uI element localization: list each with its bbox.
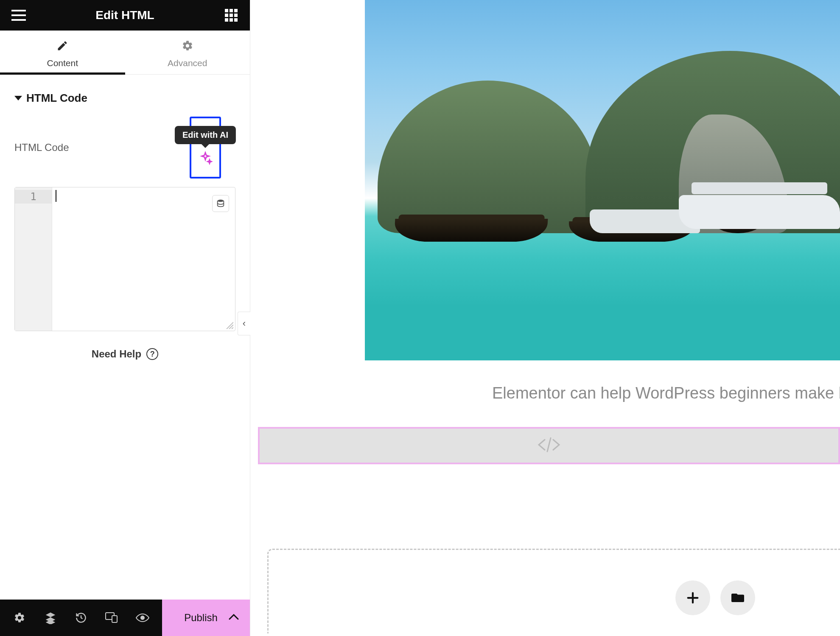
svg-rect-0: [11, 10, 26, 11]
boat-shape: [394, 219, 548, 242]
ai-sparkle-icon[interactable]: [198, 151, 213, 167]
hero-caption: Elementor can help WordPress beginners m…: [492, 384, 840, 402]
text-cursor: [56, 190, 56, 202]
gear-icon: [182, 40, 193, 54]
hamburger-menu-icon[interactable]: [10, 7, 27, 24]
tab-advanced[interactable]: Advanced: [125, 31, 250, 74]
bottom-bar-tools: [0, 600, 162, 636]
preview-canvas: Elementor can help WordPress beginners m…: [250, 0, 840, 636]
svg-rect-3: [225, 9, 228, 12]
need-help-link[interactable]: Need Help ?: [0, 331, 250, 377]
svg-rect-7: [230, 14, 233, 17]
code-gutter: 1: [15, 187, 52, 331]
svg-rect-8: [234, 14, 238, 17]
svg-rect-10: [230, 18, 233, 22]
mountain-shape: [378, 81, 598, 233]
svg-rect-2: [11, 19, 26, 21]
field-row-html-code: HTML Code Edit with AI: [0, 114, 250, 181]
resize-handle-icon[interactable]: [225, 321, 233, 329]
ferry-shape: [679, 195, 840, 229]
caret-down-icon: [14, 96, 22, 100]
html-widget-placeholder[interactable]: [258, 427, 840, 464]
tab-advanced-label: Advanced: [168, 58, 207, 68]
svg-rect-5: [234, 9, 238, 12]
chevron-up-icon[interactable]: [229, 614, 239, 622]
template-library-button[interactable]: [720, 580, 755, 615]
html-code-editor[interactable]: 1: [14, 187, 235, 331]
section-title: HTML Code: [26, 92, 87, 105]
svg-rect-9: [225, 18, 228, 22]
publish-button[interactable]: Publish: [162, 600, 250, 636]
hero-image: [365, 0, 840, 360]
panel-title: Edit HTML: [95, 8, 154, 22]
sidebar-bottom-bar: Publish: [0, 600, 250, 636]
history-button[interactable]: [73, 609, 90, 626]
need-help-label: Need Help: [92, 348, 141, 360]
collapse-sidebar-button[interactable]: ‹: [238, 312, 250, 335]
code-icon: [537, 436, 561, 455]
sidebar-tabs: Content Advanced: [0, 31, 250, 75]
svg-rect-11: [234, 18, 238, 22]
svg-rect-6: [225, 14, 228, 17]
svg-rect-1: [11, 14, 26, 16]
section-html-code[interactable]: HTML Code: [0, 82, 250, 114]
dynamic-tags-button[interactable]: [212, 195, 229, 212]
page-settings-button[interactable]: [11, 609, 28, 626]
svg-point-12: [218, 200, 224, 202]
widgets-grid-icon[interactable]: [223, 7, 240, 24]
preview-button[interactable]: [134, 609, 151, 626]
edit-with-ai-tooltip: Edit with AI: [175, 126, 236, 144]
publish-label: Publish: [184, 612, 218, 624]
add-widget-button[interactable]: [675, 580, 710, 615]
svg-rect-4: [230, 9, 233, 12]
line-number: 1: [15, 190, 52, 204]
tab-content-label: Content: [47, 58, 78, 68]
sidebar-header: Edit HTML: [0, 0, 250, 31]
svg-point-15: [141, 616, 144, 619]
drop-zone-actions: [675, 580, 755, 615]
navigator-button[interactable]: [42, 609, 59, 626]
edit-with-ai-highlight: Edit with AI: [190, 117, 221, 179]
help-icon: ?: [146, 348, 158, 360]
editor-sidebar: Edit HTML Content Advanced: [0, 0, 250, 636]
pencil-icon: [56, 40, 68, 54]
responsive-button[interactable]: [103, 609, 120, 626]
code-textarea[interactable]: [52, 187, 235, 331]
field-label: HTML Code: [14, 142, 69, 153]
widget-drop-zone[interactable]: [267, 549, 840, 633]
tab-content[interactable]: Content: [0, 31, 125, 74]
chevron-left-icon: ‹: [243, 318, 246, 329]
svg-rect-14: [112, 616, 117, 622]
sidebar-body: HTML Code HTML Code Edit with AI 1: [0, 75, 250, 600]
